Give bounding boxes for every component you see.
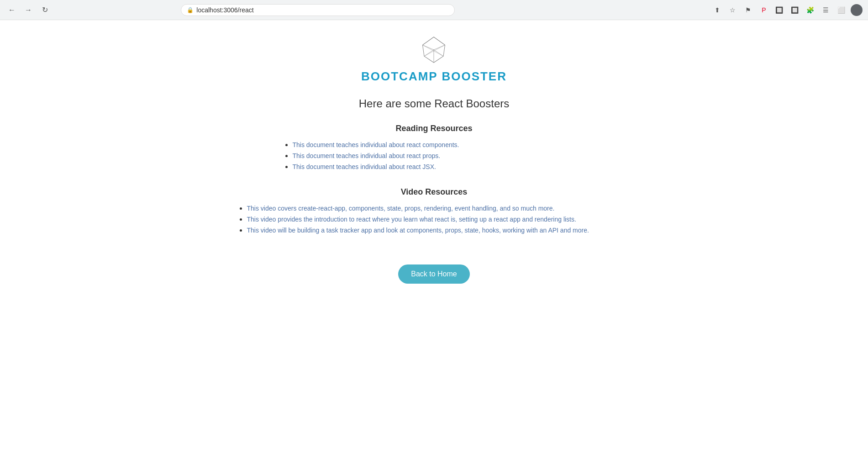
ext2-icon[interactable]: 🔲 (789, 4, 801, 16)
browser-toolbar-right: ⬆ ☆ ⚑ P 🔲 🔲 🧩 ☰ ⬜ (711, 4, 863, 16)
list-item: This document teaches individual about r… (293, 141, 594, 149)
reading-link-1[interactable]: This document teaches individual about r… (293, 141, 459, 148)
video-link-3[interactable]: This video will be building a task track… (247, 227, 589, 234)
browser-content: BOOTCAMP BOOSTER Here are some React Boo… (0, 20, 868, 460)
svg-line-6 (434, 50, 443, 56)
address-bar[interactable]: 🔒 localhost:3006/react (181, 4, 455, 16)
video-links-list: This video covers create-react-app, comp… (229, 204, 640, 234)
svg-line-2 (434, 37, 445, 45)
list-item: This document teaches individual about r… (293, 163, 594, 171)
svg-line-9 (424, 45, 445, 57)
video-section-title: Video Resources (229, 187, 640, 197)
video-link-2[interactable]: This video provides the introduction to … (247, 216, 576, 223)
puzzle-icon[interactable]: 🧩 (804, 4, 817, 16)
back-to-home-button[interactable]: Back to Home (398, 264, 469, 284)
url-text: localhost:3006/react (196, 6, 253, 14)
forward-nav-button[interactable]: → (22, 4, 35, 16)
video-section: Video Resources This video covers create… (229, 187, 640, 237)
svg-line-5 (424, 50, 434, 56)
lock-icon: 🔒 (187, 7, 194, 13)
ext1-icon[interactable]: 🔲 (773, 4, 786, 16)
reading-section: Reading Resources This document teaches … (274, 124, 594, 174)
browser-chrome: ← → ↻ 🔒 localhost:3006/react ⬆ ☆ ⚑ P 🔲 🔲… (0, 0, 868, 20)
logo-container: BOOTCAMP BOOSTER (361, 34, 507, 84)
svg-line-8 (423, 45, 444, 57)
list-item: This video provides the introduction to … (247, 215, 640, 223)
page-title: Here are some React Boosters (359, 97, 509, 110)
flag-icon[interactable]: ⚑ (742, 4, 755, 16)
back-nav-button[interactable]: ← (5, 4, 18, 16)
reading-links-list: This document teaches individual about r… (274, 141, 594, 171)
svg-line-4 (434, 45, 445, 50)
reading-link-3[interactable]: This document teaches individual about r… (293, 163, 436, 170)
list-item: This video will be building a task track… (247, 226, 640, 234)
brand-name: BOOTCAMP BOOSTER (361, 69, 507, 84)
reading-section-title: Reading Resources (274, 124, 594, 133)
page-content: BOOTCAMP BOOSTER Here are some React Boo… (0, 20, 868, 311)
svg-line-1 (423, 37, 434, 45)
profile-icon[interactable] (851, 4, 863, 16)
list-icon[interactable]: ☰ (820, 4, 832, 16)
video-link-1[interactable]: This video covers create-react-app, comp… (247, 205, 555, 212)
share-icon[interactable]: ⬆ (711, 4, 724, 16)
logo-gem-icon (418, 34, 450, 66)
window-icon[interactable]: ⬜ (835, 4, 848, 16)
list-item: This document teaches individual about r… (293, 152, 594, 160)
pinterest-icon[interactable]: P (758, 4, 770, 16)
svg-line-3 (423, 45, 434, 50)
reload-button[interactable]: ↻ (38, 4, 51, 16)
list-item: This video covers create-react-app, comp… (247, 204, 640, 212)
reading-link-2[interactable]: This document teaches individual about r… (293, 152, 441, 159)
bookmark-icon[interactable]: ☆ (726, 4, 739, 16)
